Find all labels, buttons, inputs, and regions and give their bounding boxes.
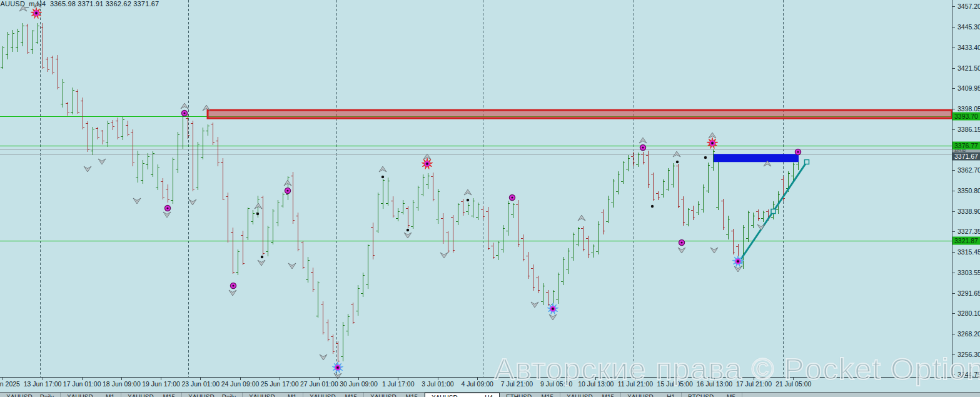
- blue-box[interactable]: [714, 154, 799, 162]
- ohlc-bar: [121, 116, 124, 141]
- ohlc-bar: [661, 179, 665, 198]
- time-tick-label: 1 Jul 17:00: [382, 380, 415, 388]
- chart-tab-xauusd-daily[interactable]: XAUUSDDaily: [182, 393, 243, 397]
- trendline-handle[interactable]: [805, 160, 809, 164]
- ohlc-bar: [431, 173, 435, 201]
- ohlc-bar: [611, 179, 615, 208]
- chart-tab-xauusd-h1[interactable]: XAUUSDH1: [621, 393, 682, 397]
- week-separators: [40, 0, 783, 377]
- up-arrow-icon: [203, 105, 210, 111]
- ohlc-bar: [236, 249, 240, 274]
- ohlc-bar: [496, 241, 500, 259]
- ohlc-bar: [681, 196, 685, 226]
- price-tick-label: 3457.20: [957, 3, 980, 10]
- ohlc-bar: [316, 281, 320, 318]
- chart-tab-xauusd-m1[interactable]: XAUUSDM1: [61, 393, 121, 397]
- ohlc-bar: [86, 121, 89, 152]
- trendline-handle[interactable]: [771, 209, 775, 214]
- time-tick-label: 7 Jul 21:00: [501, 380, 533, 388]
- up-arrow-icon: [379, 166, 386, 172]
- down-arrow-icon: [757, 224, 765, 230]
- ohlc-bar: [516, 200, 520, 247]
- ohlc-bar: [451, 215, 455, 253]
- ohlc-bar: [6, 32, 9, 59]
- tab-timeframe: Daily: [40, 394, 54, 397]
- ohlc-bar: [241, 231, 245, 266]
- red-gear-icon: [422, 158, 433, 169]
- ohlc-bar: [671, 163, 675, 188]
- chart-tab-xauusd-m1[interactable]: XAUUSDM1: [243, 393, 303, 397]
- trendline[interactable]: [738, 160, 809, 263]
- ohlc-bar: [601, 209, 605, 234]
- chart-tab-xauusd-daily[interactable]: XAUUSDDaily: [0, 393, 61, 397]
- tab-symbol: ETHUSD: [506, 394, 532, 397]
- ohlc-bar: [26, 24, 29, 54]
- tab-timeframe: M15: [163, 394, 175, 397]
- ohlc-bar: [391, 196, 395, 218]
- price-tick-label: 3244.75: [957, 371, 980, 378]
- ohlc-bar: [296, 213, 300, 251]
- tab-timeframe: M5: [727, 394, 735, 397]
- ohlc-bar: [641, 152, 645, 164]
- black-dot-icon: [651, 205, 654, 208]
- ohlc-bar: [571, 233, 575, 261]
- price-chart[interactable]: 3457.203445.303433.403421.503409.953398.…: [0, 0, 980, 397]
- tab-symbol: XAUUSD: [310, 394, 336, 397]
- ohlc-bar: [466, 203, 470, 215]
- ohlc-bar: [721, 199, 725, 230]
- ohlc-bar: [401, 200, 405, 214]
- ohlc-bar: [36, 23, 39, 44]
- chart-title: XAUUSD_m,H4 3365.98 3371.91 3362.62 3371…: [0, 0, 159, 8]
- time-tick-label: 25 Jun 17:00: [261, 380, 299, 388]
- down-arrow-icon: [229, 290, 236, 296]
- ohlc-bar: [361, 273, 365, 297]
- ohlc-bar: [216, 137, 220, 166]
- ohlc-bar: [531, 264, 535, 291]
- price-scale[interactable]: 3457.203445.303433.403421.503409.953398.…: [952, 3, 980, 378]
- ohlc-bar: [591, 244, 595, 258]
- ohlc-bar: [111, 120, 114, 130]
- ohlc-bar: [306, 257, 310, 283]
- ohlc-bar: [176, 132, 179, 173]
- ohlc-bar: [141, 160, 144, 184]
- ohlc-bar: [226, 193, 230, 243]
- ohlc-bar: [76, 89, 79, 114]
- chart-tab-xauusd-m15[interactable]: XAUUSDM15: [303, 393, 364, 397]
- chart-tab-xauusd-m15[interactable]: XAUUSDM15: [364, 393, 425, 397]
- time-tick-label: 17 Jun 01:00: [63, 380, 101, 388]
- ohlc-bar: [156, 164, 159, 190]
- tab-symbol: XAUUSD: [370, 394, 397, 397]
- time-tick-label: 3 Jul 01:00: [422, 380, 454, 388]
- chart-tab-xauusd-m15[interactable]: XAUUSDM15: [121, 393, 182, 397]
- resistance-band[interactable]: [208, 110, 952, 118]
- price-tick-label: 3256.30: [957, 351, 980, 358]
- ohlc-bar: [541, 283, 545, 305]
- chart-tab-btcusd-m5[interactable]: BTCUSDM5: [682, 393, 742, 397]
- ohlc-bar: [526, 252, 530, 279]
- ohlc-bar: [631, 152, 635, 167]
- ohlc-bar: [556, 273, 560, 304]
- ohlc-bar: [761, 211, 765, 223]
- price-tick-label: 3303.55: [957, 269, 980, 276]
- ohlc-bar: [231, 228, 235, 274]
- ohlc-bar: [581, 226, 585, 251]
- chart-tabs: XAUUSDDailyXAUUSDM1XAUUSDM15XAUUSDDailyX…: [0, 392, 980, 397]
- ohlc-bar: [196, 142, 200, 190]
- down-arrow-icon: [404, 233, 412, 238]
- time-scale[interactable]: 12 Jun 202513 Jun 17:0017 Jun 01:0018 Ju…: [0, 377, 812, 388]
- ohlc-bar: [66, 102, 69, 116]
- chart-tab-xauusd-h4[interactable]: XAUUSDH4: [425, 393, 500, 397]
- ohlc-bar: [41, 23, 44, 69]
- tab-symbol: XAUUSD: [627, 394, 654, 397]
- chart-tab-xauusd-m15[interactable]: XAUUSDM15: [560, 393, 621, 397]
- down-arrow-icon: [320, 354, 327, 360]
- ohlc-bar: [491, 243, 495, 259]
- up-arrow-icon: [181, 103, 188, 109]
- ohlc-bar: [561, 257, 565, 285]
- ohlc-bar: [136, 151, 139, 183]
- ohlc-bar: [151, 151, 154, 177]
- ohlc-bar: [656, 191, 660, 200]
- chart-tab-ethusd-m15[interactable]: ETHUSDM15: [500, 393, 560, 397]
- down-arrow-icon: [84, 166, 91, 172]
- ohlc-bar: [546, 290, 550, 306]
